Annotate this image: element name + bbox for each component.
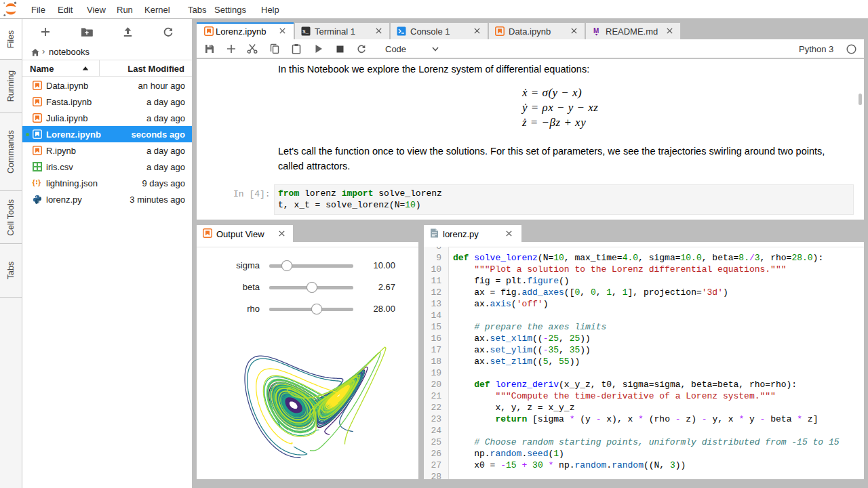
svg-text:$_: $_: [302, 29, 309, 35]
svg-text:{: {: [32, 178, 35, 186]
svg-text:}: }: [38, 178, 41, 186]
svg-text:M: M: [593, 27, 599, 35]
